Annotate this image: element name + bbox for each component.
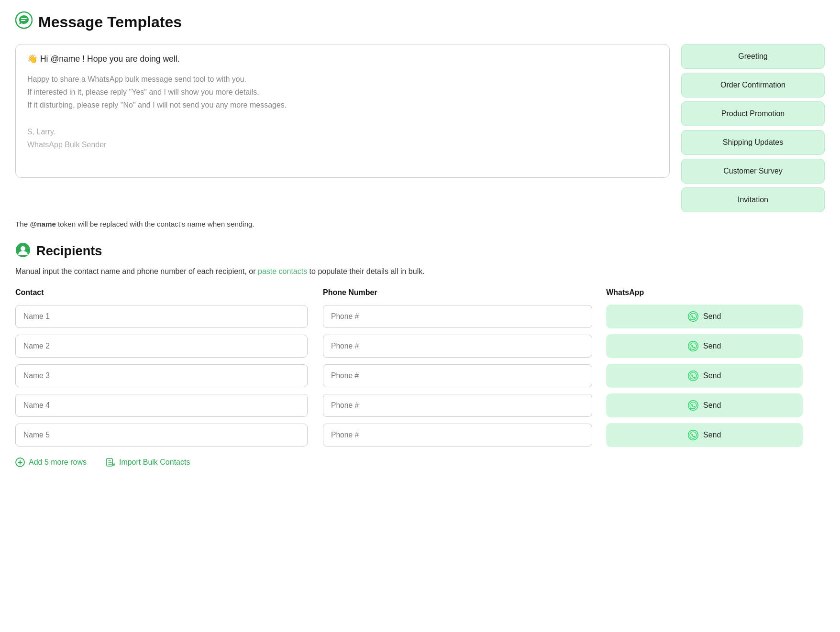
template-btn-product-promotion[interactable]: Product Promotion [681,101,825,126]
send-button-3[interactable]: Send [606,364,803,388]
add-rows-button[interactable]: Add 5 more rows [15,458,87,467]
import-bulk-contacts-button[interactable]: Import Bulk Contacts [106,458,190,467]
whatsapp-icon [688,430,698,440]
import-label: Import Bulk Contacts [119,458,190,467]
template-buttons-panel: Greeting Order Confirmation Product Prom… [681,44,825,212]
template-btn-shipping-updates[interactable]: Shipping Updates [681,130,825,155]
send-button-4[interactable]: Send [606,393,803,417]
phone-input-5[interactable] [323,424,592,447]
page-header: Message Templates [15,11,825,33]
message-signature: S, Larry. WhatsApp Bulk Sender [27,125,658,151]
bottom-actions: Add 5 more rows Import Bulk Contacts [15,458,825,467]
import-icon [106,458,115,467]
message-greeting: 👋 Hi @name ! Hope you are doing well. [27,54,658,64]
name-input-3[interactable] [15,364,308,387]
message-body: Happy to share a WhatsApp bulk message s… [27,73,658,112]
token-name: @name [30,220,55,228]
template-btn-invitation[interactable]: Invitation [681,187,825,212]
table-row: Send [15,391,825,420]
table-row: Send [15,361,825,391]
header-icon [15,11,33,33]
template-btn-customer-survey[interactable]: Customer Survey [681,159,825,184]
phone-input-4[interactable] [323,394,592,417]
col-header-contact: Contact [15,288,323,302]
recipients-table: Contact Phone Number WhatsApp Send [15,288,825,450]
recipients-icon [15,242,31,260]
name-input-1[interactable] [15,305,308,328]
paste-contacts-link[interactable]: paste contacts [258,267,307,275]
name-input-2[interactable] [15,335,308,358]
recipients-description: Manual input the contact name and phone … [15,265,825,278]
recipients-header: Recipients [15,242,825,260]
table-row: Send [15,302,825,331]
add-rows-label: Add 5 more rows [29,458,87,467]
add-icon [15,458,25,467]
table-row: Send [15,420,825,450]
send-button-5[interactable]: Send [606,423,803,447]
token-note: The @name token will be replaced with th… [15,220,825,228]
phone-input-3[interactable] [323,364,592,387]
name-input-4[interactable] [15,394,308,417]
whatsapp-icon [688,341,698,351]
phone-input-1[interactable] [323,305,592,328]
template-btn-order-confirmation[interactable]: Order Confirmation [681,73,825,98]
main-layout: 👋 Hi @name ! Hope you are doing well. Ha… [15,44,825,212]
send-button-1[interactable]: Send [606,305,803,328]
message-editor[interactable]: 👋 Hi @name ! Hope you are doing well. Ha… [15,44,670,178]
name-input-5[interactable] [15,424,308,447]
page-title: Message Templates [38,13,182,31]
col-header-whatsapp: WhatsApp [606,288,825,302]
whatsapp-icon [688,400,698,411]
phone-input-2[interactable] [323,335,592,358]
whatsapp-icon [688,370,698,381]
whatsapp-icon [688,311,698,322]
col-header-phone: Phone Number [323,288,606,302]
table-row: Send [15,331,825,361]
template-btn-greeting[interactable]: Greeting [681,44,825,69]
recipients-title: Recipients [36,243,102,259]
send-button-2[interactable]: Send [606,334,803,358]
svg-point-3 [21,246,25,251]
